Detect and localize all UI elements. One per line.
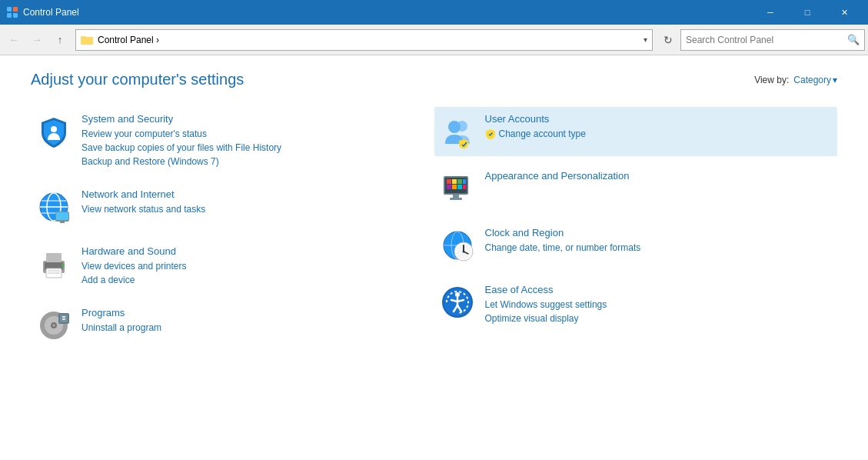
svg-rect-38	[447, 185, 451, 189]
view-by-control: View by: Category ▾	[754, 75, 837, 85]
address-breadcrumb: Control Panel ›	[98, 35, 639, 45]
breadcrumb-text: Control Panel	[98, 35, 154, 45]
svg-point-6	[51, 126, 57, 132]
network-internet-text: Network and Internet View network status…	[81, 188, 430, 216]
svg-rect-5	[81, 36, 86, 38]
ease-of-access-icon	[439, 284, 476, 321]
clock-region-link-1[interactable]: Change date, time, or number formats	[485, 241, 833, 255]
title-bar: Control Panel ─ □ ✕	[0, 0, 868, 25]
svg-rect-36	[457, 179, 462, 184]
svg-rect-20	[48, 272, 60, 274]
svg-rect-41	[463, 185, 466, 189]
user-accounts-text: User Accounts Change account type	[485, 113, 833, 141]
shield-icon-small	[485, 128, 496, 139]
svg-rect-13	[56, 212, 68, 220]
network-internet-title[interactable]: Network and Internet	[81, 188, 430, 200]
right-column: User Accounts Change account type	[434, 107, 838, 350]
minimize-button[interactable]: ─	[753, 0, 788, 25]
close-button[interactable]: ✕	[826, 0, 862, 25]
search-input[interactable]	[686, 35, 844, 45]
system-security-title[interactable]: System and Security	[81, 113, 430, 125]
appearance-icon	[439, 170, 476, 207]
svg-rect-34	[447, 179, 451, 184]
svg-rect-1	[13, 7, 18, 12]
system-security-item[interactable]: System and Security Review your computer…	[31, 107, 434, 175]
system-security-text: System and Security Review your computer…	[81, 113, 430, 168]
svg-point-25	[52, 324, 55, 327]
programs-text: Programs Uninstall a program	[81, 307, 430, 335]
window-title: Control Panel	[23, 7, 79, 18]
svg-rect-43	[450, 198, 462, 200]
network-internet-item[interactable]: Network and Internet View network status…	[31, 182, 434, 232]
hardware-sound-text: Hardware and Sound View devices and prin…	[81, 245, 430, 287]
svg-rect-42	[453, 195, 459, 198]
folder-icon	[81, 34, 93, 46]
hardware-sound-link-2[interactable]: Add a device	[81, 273, 430, 287]
search-box[interactable]: 🔍	[680, 29, 865, 51]
hardware-sound-link-1[interactable]: View devices and printers	[81, 259, 430, 273]
svg-rect-17	[46, 253, 62, 262]
network-internet-link-1[interactable]: View network status and tasks	[81, 202, 430, 216]
hardware-sound-icon	[35, 245, 72, 282]
left-column: System and Security Review your computer…	[31, 107, 434, 350]
user-accounts-link-1[interactable]: Change account type	[499, 127, 586, 141]
clock-region-title[interactable]: Clock and Region	[485, 227, 833, 238]
address-bar-input[interactable]: Control Panel › ▾	[75, 29, 653, 51]
view-by-value[interactable]: Category ▾	[793, 75, 837, 85]
address-dropdown-arrow[interactable]: ▾	[644, 35, 647, 44]
system-security-link-1[interactable]: Review your computer's status	[81, 127, 430, 141]
clock-region-item[interactable]: Clock and Region Change date, time, or n…	[434, 221, 838, 270]
view-by-category: Category	[793, 75, 831, 85]
window-controls: ─ □ ✕	[753, 0, 862, 25]
view-by-chevron-icon: ▾	[833, 75, 837, 85]
top-row: Adjust your computer's settings View by:…	[31, 71, 837, 88]
svg-point-31	[448, 121, 461, 133]
appearance-personalization-item[interactable]: Appearance and Personalization	[434, 164, 838, 213]
svg-rect-19	[48, 270, 60, 272]
user-accounts-item[interactable]: User Accounts Change account type	[434, 107, 838, 156]
svg-rect-40	[457, 185, 462, 189]
svg-point-51	[462, 251, 464, 253]
svg-rect-39	[452, 185, 457, 189]
view-by-label: View by:	[754, 75, 789, 85]
main-content: Adjust your computer's settings View by:…	[0, 55, 868, 460]
hardware-sound-title[interactable]: Hardware and Sound	[81, 245, 430, 257]
title-bar-left: Control Panel	[6, 6, 79, 18]
user-accounts-icon	[439, 113, 476, 150]
ease-of-access-link-1[interactable]: Let Windows suggest settings	[485, 298, 833, 312]
page-title: Adjust your computer's settings	[31, 71, 244, 88]
svg-rect-35	[452, 179, 457, 184]
refresh-button[interactable]: ↻	[657, 29, 679, 51]
svg-rect-14	[60, 222, 65, 223]
programs-icon	[35, 307, 72, 344]
system-security-link-2[interactable]: Save backup copies of your files with Fi…	[81, 141, 430, 155]
clock-region-icon	[439, 227, 476, 264]
svg-rect-27	[60, 315, 68, 322]
svg-rect-37	[463, 179, 466, 184]
programs-item[interactable]: Programs Uninstall a program	[31, 301, 434, 350]
breadcrumb-arrow: ›	[156, 35, 159, 45]
forward-button[interactable]: →	[26, 29, 48, 51]
search-icon: 🔍	[847, 34, 860, 45]
ease-of-access-item[interactable]: Ease of Access Let Windows suggest setti…	[434, 278, 838, 332]
appearance-personalization-text: Appearance and Personalization	[485, 170, 833, 184]
address-bar: ← → ↑ Control Panel › ▾ ↻ 🔍	[0, 25, 868, 55]
app-icon	[6, 6, 18, 18]
svg-point-54	[455, 292, 460, 297]
system-security-link-3[interactable]: Backup and Restore (Windows 7)	[81, 155, 430, 168]
system-security-icon	[35, 113, 72, 150]
back-button[interactable]: ←	[3, 29, 25, 51]
ease-of-access-title[interactable]: Ease of Access	[485, 284, 833, 295]
ease-of-access-link-2[interactable]: Optimize visual display	[485, 312, 833, 325]
appearance-personalization-title[interactable]: Appearance and Personalization	[485, 170, 833, 182]
svg-rect-0	[7, 7, 12, 12]
svg-rect-3	[13, 13, 18, 18]
hardware-sound-item[interactable]: Hardware and Sound View devices and prin…	[31, 239, 434, 293]
svg-rect-2	[7, 13, 12, 18]
user-accounts-title[interactable]: User Accounts	[485, 113, 833, 125]
programs-title[interactable]: Programs	[81, 307, 430, 318]
up-button[interactable]: ↑	[49, 29, 71, 51]
programs-link-1[interactable]: Uninstall a program	[81, 321, 430, 335]
maximize-button[interactable]: □	[790, 0, 825, 25]
network-internet-icon	[35, 188, 72, 225]
